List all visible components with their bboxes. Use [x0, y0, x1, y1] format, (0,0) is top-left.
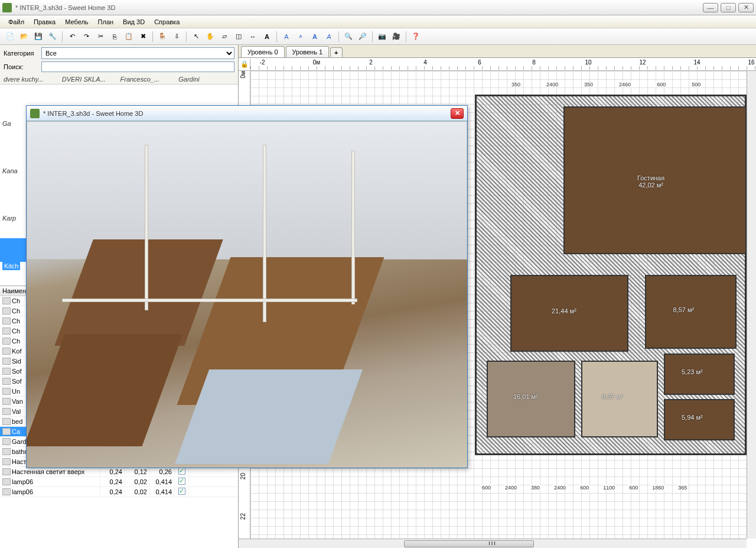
category-select[interactable]: Все: [41, 47, 234, 59]
ruler-tick: 8: [532, 59, 536, 66]
table-row[interactable]: lamp060,240,020,414: [0, 477, 238, 487]
catalog-col-2: Francesco_...: [119, 76, 178, 83]
copy-icon[interactable]: ⎘: [108, 30, 121, 43]
ruler-tick: 2: [369, 59, 373, 66]
visibility-checkbox[interactable]: [178, 478, 185, 485]
app-icon: [30, 109, 40, 118]
ruler-tick: -2: [260, 59, 265, 66]
dimension-label: 380: [530, 485, 541, 491]
dimensions-bottom: 6002400380240060011006001860365: [481, 485, 688, 491]
zoom-out-icon[interactable]: 🔎: [356, 30, 369, 43]
paste-icon[interactable]: 📋: [122, 30, 135, 43]
redo-icon[interactable]: ↷: [80, 30, 93, 43]
scrollbar-thumb[interactable]: [404, 540, 534, 547]
catalog-col-3: Gardini: [177, 76, 236, 83]
room-label: Гостиная42,02 м²: [637, 174, 664, 189]
new-file-icon[interactable]: 📄: [4, 30, 17, 43]
level-tab-0[interactable]: Уровень 0: [241, 46, 285, 57]
dimension-label: 2460: [618, 82, 632, 87]
help-icon[interactable]: ❓: [409, 30, 422, 43]
prefs-icon[interactable]: 🔧: [46, 30, 59, 43]
catalog-item-selected[interactable]: Kitch: [2, 262, 20, 270]
import-icon[interactable]: ⇩: [170, 30, 183, 43]
catalog-columns: dvere kuchy... DVERI SKLA... Francesco_.…: [0, 74, 238, 85]
ruler-tick: 6: [478, 59, 481, 66]
dimension-label: 350: [583, 82, 594, 87]
dimensions-top: 35024003502460600500: [510, 82, 702, 87]
catalog-col-1: DVERI SKLA...: [61, 76, 119, 83]
dimension-icon[interactable]: ↔: [246, 30, 259, 43]
text-bigger-icon[interactable]: A: [280, 30, 293, 43]
dimension-label: 2400: [504, 485, 518, 491]
level-tabs: Уровень 0 Уровень 1 +: [239, 45, 756, 58]
catalog-item[interactable]: Karp: [2, 215, 16, 222]
menu-file[interactable]: Файл: [4, 17, 29, 27]
main-titlebar: * INTER_3.sh3d - Sweet Home 3D — □ ✕: [0, 0, 756, 15]
close-button[interactable]: ✕: [738, 3, 754, 12]
window3d-close-button[interactable]: ✕: [451, 108, 464, 119]
dimension-label: 500: [690, 82, 702, 87]
category-label: Категория: [4, 50, 39, 57]
table-row[interactable]: lamp060,240,020,414: [0, 487, 238, 497]
undo-icon[interactable]: ↶: [66, 30, 79, 43]
toolbar-separator: [338, 31, 339, 42]
text-italic-icon[interactable]: A: [322, 30, 335, 43]
dimension-label: 600: [656, 82, 667, 87]
menu-plan[interactable]: План: [93, 17, 119, 27]
wall-3d: [145, 145, 148, 310]
toolbar-separator: [372, 31, 373, 42]
pan-icon[interactable]: ✋: [204, 30, 217, 43]
lock-icon[interactable]: 🔒: [239, 59, 250, 70]
room-label: 5,94 м²: [682, 414, 703, 421]
dimension-label: 1100: [602, 485, 616, 491]
toolbar: 📄 📂 💾 🔧 ↶ ↷ ✂ ⎘ 📋 ✖ 🪑 ⇩ ↖ ✋ ▱ ◫ ↔ A A A …: [0, 28, 756, 45]
catalog-item[interactable]: Ga: [2, 120, 11, 127]
visibility-checkbox[interactable]: [178, 468, 185, 475]
zoom-in-icon[interactable]: 🔍: [342, 30, 355, 43]
ruler-tick: 20: [240, 473, 246, 479]
floor-3d: [27, 334, 183, 446]
photo-icon[interactable]: 📷: [376, 30, 389, 43]
minimize-button[interactable]: —: [703, 3, 718, 12]
search-input[interactable]: [41, 61, 234, 72]
dimension-label: 600: [481, 485, 492, 491]
menu-edit[interactable]: Правка: [29, 17, 60, 27]
text-smaller-icon[interactable]: A: [294, 30, 307, 43]
view-3d[interactable]: [27, 121, 467, 468]
add-furniture-icon[interactable]: 🪑: [156, 30, 169, 43]
window-3d-view[interactable]: * INTER_3.sh3d - Sweet Home 3D ✕: [26, 105, 468, 468]
level-tab-1[interactable]: Уровень 1: [286, 46, 330, 57]
app-icon: [2, 3, 12, 12]
vertical-scrollbar[interactable]: [747, 71, 756, 539]
catalog-item[interactable]: Kana: [2, 167, 18, 174]
dimension-label: 2400: [545, 82, 559, 87]
menu-3d[interactable]: Вид 3D: [118, 17, 149, 27]
create-room-icon[interactable]: ◫: [232, 30, 245, 43]
delete-icon[interactable]: ✖: [136, 30, 149, 43]
ruler-tick: 4: [423, 59, 427, 66]
menubar: Файл Правка Мебель План Вид 3D Справка: [0, 15, 756, 28]
scrollbar-label: III: [488, 540, 497, 546]
menu-help[interactable]: Справка: [149, 17, 184, 27]
menu-furniture[interactable]: Мебель: [60, 17, 93, 27]
select-icon[interactable]: ↖: [190, 30, 203, 43]
create-wall-icon[interactable]: ▱: [218, 30, 231, 43]
ruler-tick: 14: [693, 59, 700, 66]
wall-3d: [263, 145, 266, 322]
add-level-button[interactable]: +: [330, 47, 342, 57]
room-label: 5,23 м²: [682, 368, 703, 375]
text-bold-icon[interactable]: A: [308, 30, 321, 43]
table-row[interactable]: Настенная светит вверх0,240,120,26: [0, 467, 238, 477]
save-icon[interactable]: 💾: [32, 30, 45, 43]
text-icon[interactable]: A: [260, 30, 273, 43]
cut-icon[interactable]: ✂: [94, 30, 107, 43]
room-label: 16,01 м²: [513, 393, 538, 400]
maximize-button[interactable]: □: [721, 3, 736, 12]
video-icon[interactable]: 🎥: [390, 30, 403, 43]
window3d-titlebar[interactable]: * INTER_3.sh3d - Sweet Home 3D ✕: [27, 106, 467, 121]
open-file-icon[interactable]: 📂: [18, 30, 31, 43]
ruler-tick: 12: [639, 59, 646, 66]
visibility-checkbox[interactable]: [178, 488, 185, 495]
toolbar-separator: [276, 31, 277, 42]
horizontal-scrollbar[interactable]: III: [239, 539, 747, 548]
